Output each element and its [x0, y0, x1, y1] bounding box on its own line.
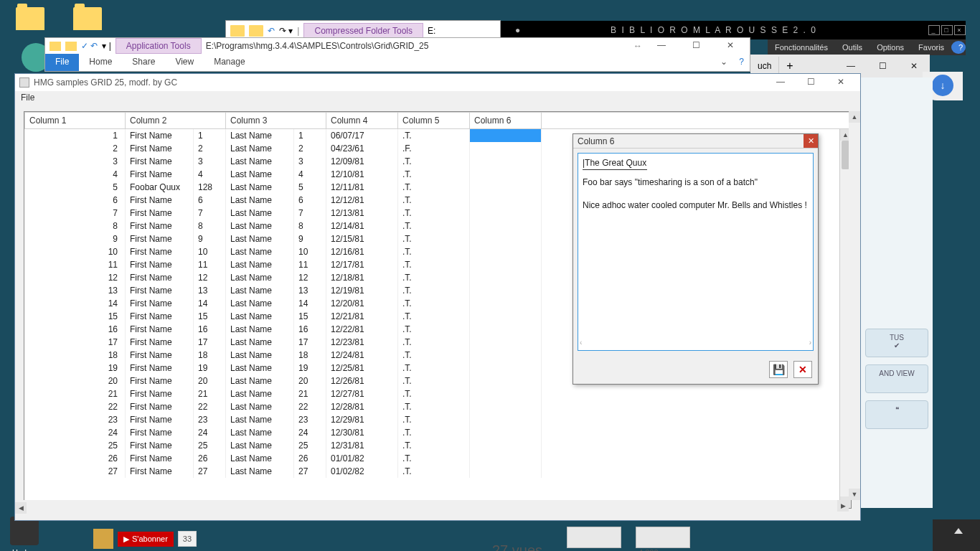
- window-title: HMG samples GRID 25, modf. by GC: [34, 77, 765, 88]
- column-header-4[interactable]: Column 4: [326, 113, 398, 129]
- home-tab[interactable]: Home: [79, 54, 122, 71]
- manage-tab[interactable]: Manage: [204, 54, 255, 71]
- memo-title: Column 6: [578, 136, 804, 146]
- subscriber-count: 33: [178, 531, 197, 547]
- menu-file[interactable]: File: [15, 91, 860, 105]
- redo-icon[interactable]: ↷ ▾: [279, 26, 293, 36]
- chevron-up-icon: [954, 528, 963, 534]
- column-spacer: [542, 113, 851, 129]
- maximize-button[interactable]: ☐: [796, 75, 826, 90]
- close-button[interactable]: ×: [954, 25, 966, 35]
- scroll-left-icon[interactable]: ◀: [15, 502, 27, 514]
- close-button[interactable]: ✕: [715, 38, 745, 54]
- address-bar[interactable]: E:\Programs\hmg.3.4.4\SAMPLES\Controls\G…: [206, 41, 629, 51]
- application-tools-tab[interactable]: Application Tools: [116, 38, 202, 54]
- memo-textarea[interactable]: |The Great Quux Foo bar says "timesharin…: [578, 153, 814, 351]
- desktop-folder[interactable]: [9, 7, 52, 33]
- video-views: 4 300 vues: [639, 548, 690, 551]
- window-hscrollbar[interactable]: ◀ ▶: [15, 500, 849, 512]
- youtube-subscribe-bar: ▶ S'abonner 33: [93, 529, 197, 548]
- larousse-menu: Fonctionnalités Outils Options Favoris ?: [768, 39, 966, 55]
- folder-icon: [249, 25, 263, 37]
- app-icon: [19, 77, 29, 88]
- table-row[interactable]: 27First Name27Last Name2701/02/82.T.: [25, 465, 851, 478]
- memo-line: Foo bar says "timesharing is a son of a …: [583, 177, 809, 187]
- larousse-title: B I B L I O R O M L A R O U S S E 2 . 0: [501, 25, 927, 35]
- maximize-button[interactable]: ☐: [681, 38, 711, 54]
- quote-block[interactable]: ❝: [865, 400, 928, 429]
- menu-favoris[interactable]: Favoris: [911, 43, 951, 52]
- save-button[interactable]: 💾: [769, 361, 788, 378]
- scroll-up-icon[interactable]: ▲: [849, 111, 860, 123]
- folder-icon: [65, 42, 77, 51]
- undo-icon[interactable]: ✓ ↶: [81, 41, 98, 51]
- table-row[interactable]: 22First Name22Last Name2212/28/81.T.: [25, 400, 851, 413]
- memo-line: |The Great Quux: [583, 158, 809, 168]
- column-header-1[interactable]: Column 1: [25, 113, 126, 129]
- explorer-top-ribbon: ↶ ↷ ▾ | Compressed Folder Tools E:: [225, 20, 501, 37]
- table-row[interactable]: 25First Name25Last Name2512/31/81.T.: [25, 439, 851, 452]
- column-header-6[interactable]: Column 6: [470, 113, 542, 129]
- dropdown-icon[interactable]: ▾ |: [102, 41, 110, 51]
- view-block[interactable]: AND VIEW: [865, 364, 928, 393]
- bibliorom-icon: ●: [515, 25, 522, 35]
- channel-avatar[interactable]: [93, 529, 113, 549]
- help-icon[interactable]: ?: [951, 41, 966, 54]
- table-row[interactable]: 23First Name23Last Name2312/29/81.T.: [25, 413, 851, 426]
- memo-separator: [583, 169, 647, 170]
- help-icon[interactable]: ?: [733, 54, 750, 71]
- file-tab[interactable]: File: [45, 54, 79, 71]
- close-button[interactable]: ✕: [826, 75, 856, 90]
- maximize-button[interactable]: □: [941, 25, 953, 35]
- minimize-button[interactable]: —: [765, 75, 796, 90]
- window-vscrollbar[interactable]: ▲ ▼: [849, 111, 860, 500]
- taskbar-expand[interactable]: [933, 519, 980, 551]
- column-header-3[interactable]: Column 3: [226, 113, 326, 129]
- view-count: 27 vues: [492, 542, 542, 551]
- menu-fonctionnalites[interactable]: Fonctionnalités: [768, 43, 835, 52]
- scroll-left-icon[interactable]: ‹: [580, 339, 582, 349]
- compressed-folder-tools-tab[interactable]: Compressed Folder Tools: [303, 23, 423, 39]
- video-thumb[interactable]: [636, 527, 690, 548]
- minimize-button[interactable]: _: [928, 25, 940, 35]
- table-row[interactable]: 21First Name21Last Name2112/27/81.T.: [25, 387, 851, 400]
- cancel-button[interactable]: ✕: [793, 361, 812, 378]
- memo-line: Nice adhoc water cooled computer Mr. Bel…: [583, 200, 809, 210]
- new-tab-button[interactable]: +: [779, 60, 800, 72]
- hmg-titlebar[interactable]: HMG samples GRID 25, modf. by GC — ☐ ✕: [15, 74, 860, 91]
- right-panel: TUS✔ AND VIEW ❝: [861, 77, 933, 508]
- folder-icon: [230, 25, 245, 37]
- video-thumb[interactable]: [567, 527, 621, 548]
- maximize-button[interactable]: ☐: [867, 55, 898, 77]
- share-tab[interactable]: Share: [122, 54, 165, 71]
- minimize-button[interactable]: —: [646, 38, 677, 54]
- desktop-folder[interactable]: [66, 7, 109, 33]
- resize-icon[interactable]: ↔: [633, 41, 642, 51]
- table-row[interactable]: 24First Name24Last Name2412/30/81.T.: [25, 426, 851, 439]
- scroll-right-icon[interactable]: ›: [809, 339, 811, 349]
- scroll-right-icon[interactable]: ▶: [837, 500, 849, 512]
- folder-icon: [50, 42, 61, 51]
- explorer-window: ✓ ↶ ▾ | Application Tools E:\Programs\hm…: [44, 37, 750, 72]
- chevron-down-icon[interactable]: ⌄: [715, 54, 733, 71]
- status-block[interactable]: TUS✔: [865, 329, 928, 357]
- column-header-2[interactable]: Column 2: [126, 113, 226, 129]
- column-header-5[interactable]: Column 5: [398, 113, 470, 129]
- menu-options[interactable]: Options: [870, 43, 911, 52]
- close-button[interactable]: ✕: [804, 134, 818, 148]
- view-tab[interactable]: View: [165, 54, 204, 71]
- subscribe-button[interactable]: ▶ S'abonner: [118, 532, 174, 547]
- scroll-down-icon[interactable]: ▼: [849, 489, 860, 500]
- path-partial: E:: [428, 26, 435, 36]
- desktop-icon-xh[interactable]: xHarbour: [3, 517, 46, 551]
- undo-icon[interactable]: ↶: [268, 26, 275, 36]
- table-row[interactable]: 26First Name26Last Name2601/01/82.T.: [25, 452, 851, 465]
- menu-outils[interactable]: Outils: [835, 43, 870, 52]
- memo-editor-popup: Column 6 ✕ |The Great Quux Foo bar says …: [573, 133, 819, 385]
- video-thumbnails: 4 300 vues: [567, 527, 690, 551]
